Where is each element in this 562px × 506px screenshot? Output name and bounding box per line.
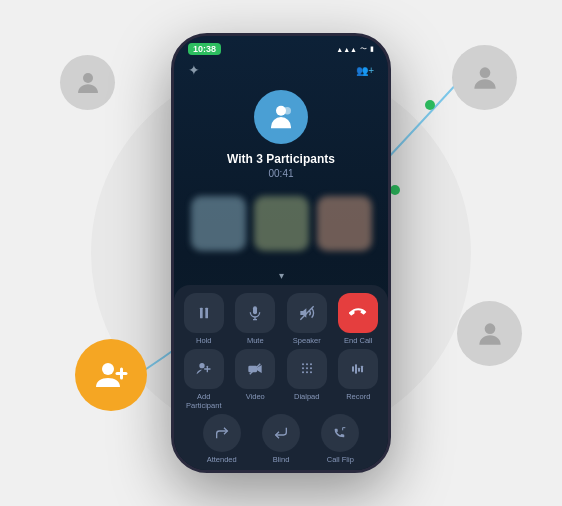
speaker-button[interactable]: Speaker: [283, 293, 331, 345]
hold-icon: [184, 293, 224, 333]
svg-rect-36: [361, 366, 363, 373]
svg-point-0: [425, 100, 435, 110]
video-button[interactable]: Video: [232, 349, 280, 410]
float-avatar-bottom-right: [457, 301, 522, 366]
status-icons: ▲▲▲ 〜 ▮: [336, 44, 374, 54]
mute-icon: [235, 293, 275, 333]
attended-label: Attended: [207, 455, 237, 464]
participants-icon[interactable]: 👥+: [356, 65, 374, 76]
phone-frame: 10:38 ▲▲▲ 〜 ▮ ✦ 👥+ With 3 Participants 0: [171, 33, 391, 473]
hold-label: Hold: [196, 336, 211, 345]
mute-button[interactable]: Mute: [232, 293, 280, 345]
svg-point-25: [306, 363, 308, 365]
svg-rect-12: [205, 308, 208, 319]
svg-rect-33: [352, 366, 354, 371]
hold-button[interactable]: Hold: [180, 293, 228, 345]
mute-label: Mute: [247, 336, 264, 345]
add-participant-ctrl-label: AddParticipant: [186, 392, 221, 410]
call-flip-icon: [321, 414, 359, 452]
participant-thumb-1: [191, 196, 246, 251]
float-avatar-top-left: [60, 55, 115, 110]
controls-row-2: AddParticipant Video: [180, 349, 382, 410]
blind-label: Blind: [273, 455, 290, 464]
speaker-label: Speaker: [293, 336, 321, 345]
pull-indicator[interactable]: ▾: [174, 261, 388, 285]
status-time: 10:38: [188, 43, 221, 55]
dialpad-icon: [287, 349, 327, 389]
call-flip-button[interactable]: Call Flip: [313, 414, 368, 464]
svg-rect-34: [355, 364, 357, 373]
svg-point-24: [302, 363, 304, 365]
record-label: Record: [346, 392, 370, 401]
svg-point-30: [302, 371, 304, 373]
svg-line-23: [250, 364, 261, 375]
svg-point-5: [484, 323, 495, 334]
svg-point-18: [199, 363, 204, 368]
participant-thumb-2: [254, 196, 309, 251]
svg-rect-13: [253, 306, 257, 314]
add-participant-ctrl-button[interactable]: AddParticipant: [180, 349, 228, 410]
end-call-label: End Call: [344, 336, 372, 345]
video-label: Video: [246, 392, 265, 401]
svg-point-29: [310, 367, 312, 369]
call-flip-label: Call Flip: [327, 455, 354, 464]
svg-point-31: [306, 371, 308, 373]
svg-point-32: [310, 371, 312, 373]
svg-point-10: [284, 107, 292, 115]
svg-rect-35: [358, 368, 360, 372]
dialpad-label: Dialpad: [294, 392, 319, 401]
add-participant-button[interactable]: [75, 339, 147, 411]
end-call-button[interactable]: End Call: [335, 293, 383, 345]
svg-point-6: [102, 363, 114, 375]
wifi-icon: 〜: [360, 44, 367, 54]
top-controls: ✦ 👥+: [174, 58, 388, 82]
dialpad-button[interactable]: Dialpad: [283, 349, 331, 410]
status-bar: 10:38 ▲▲▲ 〜 ▮: [174, 36, 388, 58]
attended-icon: [203, 414, 241, 452]
float-avatar-top-right: [452, 45, 517, 110]
svg-point-27: [302, 367, 304, 369]
end-call-icon: [338, 293, 378, 333]
add-participant-ctrl-icon: [184, 349, 224, 389]
svg-point-28: [306, 367, 308, 369]
svg-point-26: [310, 363, 312, 365]
call-title: With 3 Participants: [227, 152, 335, 166]
video-icon: [235, 349, 275, 389]
svg-line-17: [300, 306, 313, 319]
battery-icon: ▮: [370, 45, 374, 53]
settings-icon[interactable]: ✦: [188, 62, 200, 78]
svg-point-4: [479, 67, 490, 78]
participant-thumb-3: [317, 196, 372, 251]
svg-rect-11: [200, 308, 203, 319]
controls-row-1: Hold Mute: [180, 293, 382, 345]
pull-arrow: ▾: [279, 270, 284, 281]
phone-screen: 10:38 ▲▲▲ 〜 ▮ ✦ 👥+ With 3 Participants 0: [174, 36, 388, 470]
controls-row-3: Attended Blind: [180, 414, 382, 464]
call-info: With 3 Participants 00:41: [174, 82, 388, 185]
record-button[interactable]: Record: [335, 349, 383, 410]
record-icon: [338, 349, 378, 389]
caller-avatar: [254, 90, 308, 144]
blind-button[interactable]: Blind: [253, 414, 308, 464]
svg-point-3: [83, 73, 93, 83]
controls-panel: Hold Mute: [174, 285, 388, 470]
call-duration: 00:41: [268, 168, 293, 179]
signal-icon: ▲▲▲: [336, 46, 357, 53]
attended-button[interactable]: Attended: [194, 414, 249, 464]
speaker-icon: [287, 293, 327, 333]
blind-icon: [262, 414, 300, 452]
participants-area: [174, 185, 388, 261]
